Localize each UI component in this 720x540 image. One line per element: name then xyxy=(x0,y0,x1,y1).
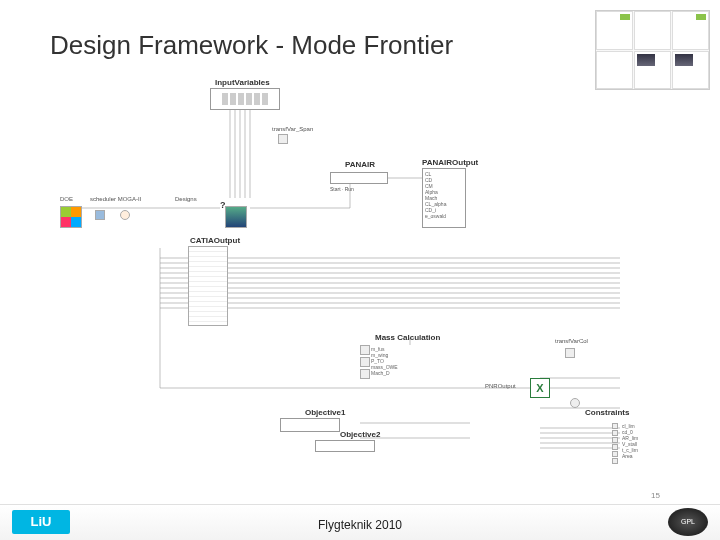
slide: Design Framework - Mode Frontier xyxy=(0,0,720,540)
constraint-node xyxy=(612,437,618,443)
footer-text: Flygteknik 2010 xyxy=(318,518,402,532)
scheduler-node-1 xyxy=(95,210,105,220)
slide-title: Design Framework - Mode Frontier xyxy=(50,30,453,61)
objective2-block xyxy=(315,440,375,452)
transfer-var-label: transfVar_Span xyxy=(272,126,313,132)
connection-wires xyxy=(60,78,660,478)
gpl-logo: GPL xyxy=(668,508,708,536)
mass-node-1 xyxy=(360,345,370,355)
doe-label: DOE xyxy=(60,196,73,202)
panair-label: PANAIR xyxy=(345,160,375,169)
panair-run: Start · Run xyxy=(330,186,354,192)
catia-icon xyxy=(225,206,247,228)
constraint-node xyxy=(612,444,618,450)
constraint-node xyxy=(612,423,618,429)
catia-output-label: CATIAOutput xyxy=(190,236,240,245)
panair-output-block: CL CD CM Alpha Mach CL_alpha CD_i e_oswa… xyxy=(422,168,466,228)
constraint-node xyxy=(612,451,618,457)
objective1-label: Objective1 xyxy=(305,408,345,417)
constraint-node xyxy=(612,430,618,436)
doe-icon xyxy=(60,206,82,228)
panair-block xyxy=(330,172,388,184)
thumb-objectives xyxy=(634,11,671,50)
constraint-node xyxy=(612,458,618,464)
objective2-label: Objective2 xyxy=(340,430,380,439)
scheduler-node-2 xyxy=(120,210,130,220)
objective1-block xyxy=(280,418,340,432)
panair-output-label: PANAIROutput xyxy=(422,158,478,167)
constraints-label: Constraints xyxy=(585,408,629,417)
workflow-diagram: InputVariables transfVar_Span DOE schedu… xyxy=(60,78,660,478)
scheduler-label: scheduler MOGA-II xyxy=(90,196,141,202)
transfvarcol-node xyxy=(565,348,575,358)
mass-calc-label: Mass Calculation xyxy=(375,333,440,342)
thumb-aero xyxy=(672,51,709,90)
catia-output-block xyxy=(188,246,228,326)
mass-node-2 xyxy=(360,357,370,367)
transfvarcol-label: transfVarCol xyxy=(555,338,588,344)
excel-icon: X xyxy=(530,378,550,398)
footer: LiU Flygteknik 2010 GPL xyxy=(0,504,720,540)
transfer-var-node xyxy=(278,134,288,144)
designs-label: Designs xyxy=(175,196,197,202)
thumb-spreadsheet xyxy=(596,11,633,50)
page-number: 15 xyxy=(651,491,660,500)
liu-logo: LiU xyxy=(12,510,70,534)
input-variables-block xyxy=(210,88,280,110)
pnr-output-label: PNROutput xyxy=(485,383,516,389)
pnr-loop-node xyxy=(570,398,580,408)
mass-calc-block: m_fus m_wing P_TO mass_OWE Mach_D xyxy=(370,345,440,385)
mass-node-3 xyxy=(360,369,370,379)
input-variables-label: InputVariables xyxy=(215,78,270,87)
thumb-constraints xyxy=(672,11,709,50)
